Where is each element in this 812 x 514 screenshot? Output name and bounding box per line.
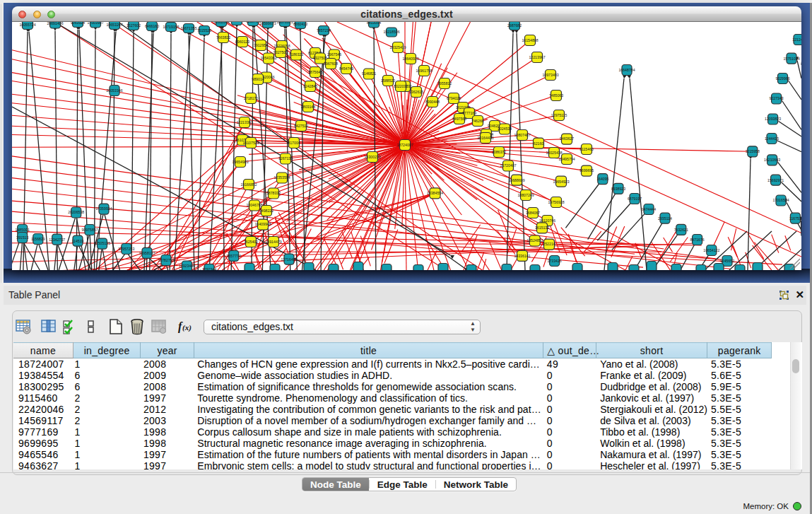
svg-text:13524851: 13524851: [526, 238, 543, 243]
svg-text:10958137: 10958137: [139, 251, 155, 255]
svg-text:15300233: 15300233: [364, 155, 380, 159]
svg-text:7632621: 7632621: [674, 228, 688, 232]
svg-text:9474444: 9474444: [642, 207, 656, 211]
svg-text:8186323: 8186323: [289, 52, 303, 57]
svg-text:10653267: 10653267: [106, 23, 122, 27]
svg-text:16409948: 16409948: [254, 222, 271, 226]
svg-text:19218506: 19218506: [383, 30, 399, 34]
svg-text:12342737: 12342737: [49, 238, 65, 242]
svg-text:2086372: 2086372: [492, 150, 506, 154]
svg-text:10973493: 10973493: [542, 73, 558, 77]
svg-text:1292344: 1292344: [202, 267, 216, 270]
svg-text:9657774: 9657774: [227, 254, 241, 258]
svg-text:10599673: 10599673: [259, 22, 276, 25]
svg-text:14336141: 14336141: [514, 254, 530, 258]
svg-text:1527602: 1527602: [126, 23, 141, 28]
svg-text:7857234: 7857234: [317, 28, 331, 33]
svg-text:62160: 62160: [534, 141, 544, 146]
svg-text:989014: 989014: [252, 77, 264, 81]
svg-text:9327503: 9327503: [273, 50, 288, 54]
svg-text:14055724: 14055724: [19, 23, 35, 27]
svg-text:8427512: 8427512: [294, 124, 308, 128]
svg-text:6497568: 6497568: [452, 117, 466, 121]
svg-text:9329966: 9329966: [775, 76, 789, 81]
svg-text:20053346: 20053346: [106, 88, 122, 93]
svg-text:3875645: 3875645: [308, 70, 322, 74]
svg-text:1485001: 1485001: [16, 228, 30, 232]
svg-text:9242845: 9242845: [303, 84, 317, 88]
svg-text:19756928: 19756928: [548, 200, 564, 204]
svg-text:7515526: 7515526: [197, 28, 211, 33]
svg-text:8322037: 8322037: [394, 84, 408, 88]
svg-text:1733426: 1733426: [547, 259, 561, 263]
svg-text:8813054: 8813054: [367, 22, 381, 25]
svg-text:18724007: 18724007: [396, 143, 413, 147]
svg-text:18640910: 18640910: [402, 57, 418, 61]
svg-text:7485063: 7485063: [549, 93, 563, 98]
svg-text:7955812: 7955812: [437, 81, 452, 86]
svg-text:16107523: 16107523: [242, 141, 259, 145]
svg-text:12213967: 12213967: [529, 55, 545, 59]
svg-text:19166852: 19166852: [240, 182, 257, 187]
svg-text:16033809: 16033809: [228, 22, 245, 23]
svg-text:2967608: 2967608: [324, 62, 338, 66]
svg-text:1362615: 1362615: [409, 90, 423, 94]
svg-text:7663822: 7663822: [216, 35, 230, 40]
svg-text:10025438: 10025438: [546, 151, 562, 155]
svg-text:16876371: 16876371: [276, 22, 293, 24]
svg-text:6466160: 6466160: [145, 24, 159, 28]
svg-text:19654923: 19654923: [553, 180, 569, 184]
svg-text:19654983: 19654983: [232, 160, 248, 164]
svg-text:1156829: 1156829: [31, 237, 45, 241]
svg-text:3267130: 3267130: [278, 156, 293, 160]
svg-text:3024534: 3024534: [498, 127, 512, 131]
svg-text:252214: 252214: [543, 242, 555, 246]
svg-text:17016504: 17016504: [772, 198, 789, 202]
svg-text:16120746: 16120746: [539, 218, 555, 223]
svg-text:9227343: 9227343: [769, 96, 783, 100]
svg-text:10543362: 10543362: [260, 56, 276, 60]
svg-text:13384554: 13384554: [427, 191, 443, 195]
svg-text:9063924: 9063924: [71, 22, 85, 25]
svg-text:12353594: 12353594: [273, 175, 290, 180]
svg-text:164095: 164095: [596, 177, 608, 181]
svg-text:15751074: 15751074: [783, 57, 799, 61]
svg-text:10654122: 10654122: [703, 248, 719, 252]
svg-text:20164436: 20164436: [477, 136, 493, 140]
svg-text:2803144: 2803144: [301, 105, 315, 109]
svg-text:12923446: 12923446: [179, 264, 195, 268]
svg-text:8960123: 8960123: [235, 40, 249, 44]
svg-text:20691406: 20691406: [47, 22, 63, 25]
svg-text:2967546: 2967546: [327, 52, 341, 57]
svg-text:10671355: 10671355: [180, 26, 196, 30]
svg-text:2718170: 2718170: [244, 96, 258, 100]
svg-text:9219733: 9219733: [246, 22, 260, 23]
svg-text:7625402: 7625402: [244, 240, 258, 244]
svg-text:3912954: 3912954: [254, 43, 268, 47]
svg-text:18807249: 18807249: [517, 193, 534, 197]
svg-text:9463627: 9463627: [560, 136, 574, 141]
svg-text:2935114: 2935114: [658, 216, 672, 221]
svg-text:8938923: 8938923: [611, 187, 625, 191]
svg-text:10719155: 10719155: [163, 25, 179, 29]
svg-text:391513: 391513: [16, 235, 28, 240]
svg-text:6794028: 6794028: [447, 96, 461, 100]
svg-text:1588520: 1588520: [381, 78, 395, 83]
svg-text:2987682: 2987682: [507, 23, 522, 28]
svg-text:1244415: 1244415: [765, 136, 779, 141]
svg-text:8454749: 8454749: [339, 66, 353, 71]
svg-text:12505135: 12505135: [94, 241, 110, 245]
svg-text:12213363: 12213363: [236, 120, 252, 124]
svg-text:20206538: 20206538: [68, 210, 84, 214]
svg-text:3215958: 3215958: [746, 149, 760, 153]
svg-text:114519: 114519: [72, 239, 84, 243]
svg-text:121245: 121245: [792, 37, 801, 42]
svg-text:8990448: 8990448: [425, 100, 440, 104]
svg-text:746266: 746266: [471, 119, 483, 123]
svg-text:9327505: 9327505: [313, 56, 327, 60]
svg-text:15692971: 15692971: [767, 178, 784, 182]
svg-text:13716485: 13716485: [281, 257, 297, 262]
svg-text:90975857: 90975857: [81, 228, 98, 232]
svg-text:16648784: 16648784: [618, 68, 635, 72]
svg-text:12093823: 12093823: [765, 117, 781, 121]
